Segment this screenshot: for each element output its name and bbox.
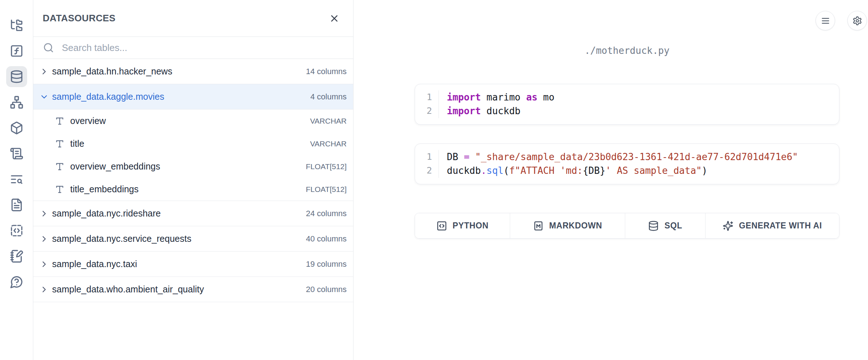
column-name: overview	[70, 116, 106, 126]
square-dashed-code-icon	[10, 224, 24, 237]
type-icon	[55, 139, 64, 149]
search-tables-input[interactable]	[62, 42, 315, 53]
column-name: title_embeddings	[70, 184, 139, 194]
type-icon	[55, 116, 64, 126]
table-column-count: 24 columns	[306, 209, 347, 218]
table-row[interactable]: sample_data.nyc.rideshare24 columns	[33, 201, 353, 226]
database-icon	[648, 220, 659, 231]
type-text-icon	[55, 185, 64, 194]
table-row[interactable]: sample_data.nyc.taxi19 columns	[33, 252, 353, 277]
column-type: VARCHAR	[310, 117, 347, 125]
table-row[interactable]: sample_data.kaggle.movies4 columns	[33, 84, 353, 110]
type-text-icon	[55, 162, 64, 171]
rail-item-help[interactable]	[6, 271, 27, 292]
chevron-right-icon	[39, 209, 49, 218]
rail-item-packages[interactable]	[6, 117, 27, 138]
type-icon	[55, 185, 64, 194]
column-row[interactable]: title_embeddingsFLOAT[512]	[33, 178, 353, 201]
panel-title: DATASOURCES	[43, 13, 115, 24]
chevron-right-icon	[39, 67, 49, 76]
chevron-right-icon	[39, 285, 49, 294]
column-row[interactable]: overviewVARCHAR	[33, 110, 353, 132]
search-row	[33, 37, 353, 59]
button-label: GENERATE WITH AI	[739, 221, 822, 231]
chevron-right-icon	[39, 260, 49, 269]
box-icon	[10, 121, 24, 135]
rail-item-scratchpad[interactable]	[6, 246, 27, 267]
rail-item-file-explorer[interactable]	[6, 15, 27, 36]
chevron-down-icon	[39, 92, 49, 102]
square-code-icon	[436, 220, 447, 231]
table-name: sample_data.nyc.service_requests	[52, 233, 191, 244]
table-column-count: 19 columns	[306, 260, 347, 269]
column-row[interactable]: titleVARCHAR	[33, 132, 353, 155]
datasources-panel: DATASOURCES sample_data.hn.hacker_news14…	[33, 0, 353, 360]
table-column-count: 40 columns	[306, 234, 347, 244]
code-editor[interactable]: DB = "_share/sample_data/23b0d623-1361-4…	[439, 150, 798, 178]
rail-item-dependencies[interactable]	[6, 92, 27, 113]
settings-button[interactable]	[847, 11, 867, 30]
add-cell-bar: PYTHONMARKDOWNSQLGENERATE WITH AI	[415, 213, 839, 239]
type-text-icon	[55, 116, 64, 126]
table-name: sample_data.nyc.rideshare	[52, 208, 161, 219]
table-name: sample_data.kaggle.movies	[52, 91, 164, 102]
column-type: VARCHAR	[310, 140, 347, 148]
table-column-count: 20 columns	[306, 285, 347, 294]
table-name: sample_data.who.ambient_air_quality	[52, 284, 204, 295]
generate-with-ai-button[interactable]: GENERATE WITH AI	[706, 213, 839, 238]
chevron-right-icon	[39, 67, 49, 76]
type-text-icon	[55, 139, 64, 149]
table-column-count: 14 columns	[306, 67, 347, 76]
chevron-right-icon	[39, 234, 49, 244]
table-row[interactable]: sample_data.nyc.service_requests40 colum…	[33, 226, 353, 252]
code-editor[interactable]: import marimo as moimport duckdb	[439, 90, 554, 118]
chevron-right-icon	[39, 260, 49, 269]
rail-item-datasources[interactable]	[6, 66, 27, 87]
file-text-icon	[10, 198, 24, 212]
line-numbers: 12	[415, 150, 439, 178]
button-label: MARKDOWN	[549, 221, 602, 231]
add-sql-cell-button[interactable]: SQL	[625, 213, 706, 238]
type-icon	[55, 162, 64, 171]
chevron-down-icon	[39, 92, 49, 102]
notebook-pen-icon	[10, 249, 24, 263]
settings-icon	[852, 16, 862, 26]
table-row[interactable]: sample_data.hn.hacker_news14 columns	[33, 59, 353, 84]
code-cell-2[interactable]: 12DB = "_share/sample_data/23b0d623-1361…	[415, 143, 839, 184]
notebook-filename: ./motherduck.py	[415, 45, 839, 56]
add-python-cell-button[interactable]: PYTHON	[415, 213, 510, 238]
column-name: overview_embeddings	[70, 161, 160, 172]
rail-item-snippets[interactable]	[6, 220, 27, 241]
menu-icon	[821, 16, 830, 26]
button-label: SQL	[664, 221, 682, 231]
close-panel-button[interactable]	[326, 10, 342, 26]
rail-item-variables[interactable]	[6, 40, 27, 61]
table-row[interactable]: sample_data.who.ambient_air_quality20 co…	[33, 277, 353, 302]
chevron-right-icon	[39, 209, 49, 218]
table-column-count: 4 columns	[310, 92, 347, 102]
close-icon	[329, 13, 340, 24]
rail-item-outline[interactable]	[6, 169, 27, 190]
square-m-icon	[533, 220, 544, 231]
column-type: FLOAT[512]	[306, 185, 347, 194]
chevron-right-icon	[39, 285, 49, 294]
button-label: PYTHON	[453, 221, 488, 231]
panel-header: DATASOURCES	[33, 0, 353, 37]
sparkles-icon	[723, 220, 733, 231]
add-markdown-cell-button[interactable]: MARKDOWN	[510, 213, 625, 238]
table-name: sample_data.nyc.taxi	[52, 259, 137, 269]
menu-button[interactable]	[816, 11, 835, 30]
network-icon	[10, 95, 24, 109]
scroll-text-icon	[10, 147, 24, 160]
tables-list: sample_data.hn.hacker_news14 columnssamp…	[33, 59, 353, 302]
column-row[interactable]: overview_embeddingsFLOAT[512]	[33, 155, 353, 178]
columns-block: overviewVARCHARtitleVARCHARoverview_embe…	[33, 110, 353, 201]
activity-rail	[0, 0, 33, 360]
rail-item-documentation[interactable]	[6, 194, 27, 215]
rail-item-logs[interactable]	[6, 143, 27, 164]
message-circle-question-icon	[10, 275, 24, 289]
folder-tree-icon	[10, 18, 24, 32]
chevron-right-icon	[39, 234, 49, 244]
code-cell-1[interactable]: 12import marimo as moimport duckdb	[415, 84, 839, 125]
square-function-icon	[10, 44, 24, 58]
